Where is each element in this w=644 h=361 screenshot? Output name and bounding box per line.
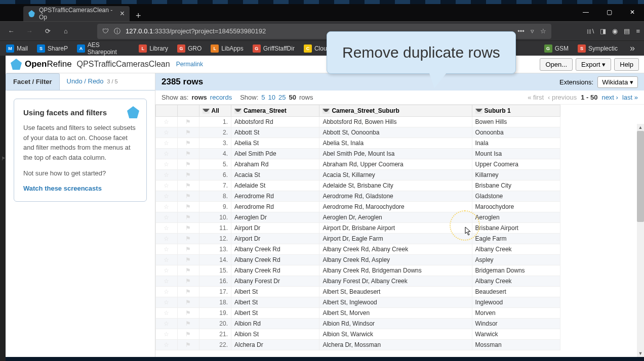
flag-cell[interactable]: ⚑ [177, 170, 199, 180]
dropdown-icon[interactable] [475, 109, 482, 114]
star-icon[interactable]: ☆ [163, 140, 170, 147]
more-icon[interactable]: ••• [517, 27, 525, 35]
cell-camera-street-suburb[interactable]: Albany Creek Rd, Bridgeman Downs [319, 265, 472, 276]
pagesize-25[interactable]: 25 [278, 94, 286, 101]
star-cell[interactable]: ☆ [156, 297, 178, 308]
star-icon[interactable]: ☆ [163, 171, 170, 178]
cell-camera-street[interactable]: Albany Creek Rd [231, 255, 319, 265]
star-cell[interactable]: ☆ [156, 244, 178, 255]
cell-camera-street[interactable]: Albert St [231, 308, 319, 319]
scroll-up-icon[interactable]: ▲ [637, 124, 644, 131]
star-cell[interactable]: ☆ [156, 329, 178, 340]
cell-suburb-1[interactable]: Gladstone [472, 191, 560, 202]
cell-camera-street[interactable]: Aerodrome Rd [231, 191, 319, 202]
star-icon[interactable]: ☆ [163, 320, 170, 327]
flag-cell[interactable]: ⚑ [177, 287, 199, 297]
cell-suburb-1[interactable]: Bridgeman Downs [472, 265, 560, 276]
cell-camera-street-suburb[interactable]: Aeroglen Dr, Aeroglen [319, 212, 472, 223]
pager-first[interactable]: « first [528, 94, 544, 101]
browser-tab[interactable]: QPSTrafficCamerasClean - Op × [23, 6, 130, 21]
flag-cell[interactable]: ⚑ [177, 255, 199, 265]
sidebar-icon[interactable]: ◨ [600, 27, 606, 35]
flag-icon[interactable]: ⚑ [185, 214, 192, 221]
flag-cell[interactable]: ⚑ [177, 159, 199, 170]
account-icon[interactable]: ◉ [612, 27, 618, 35]
cell-camera-street-suburb[interactable]: Alchera Dr, Mossman [319, 340, 472, 350]
flag-cell[interactable]: ⚑ [177, 180, 199, 191]
close-tab-icon[interactable]: × [120, 10, 125, 18]
star-cell[interactable]: ☆ [156, 180, 178, 191]
cell-camera-street-suburb[interactable]: Albert St, Inglewood [319, 297, 472, 308]
col-all[interactable]: All [199, 105, 231, 117]
flag-icon[interactable]: ⚑ [185, 299, 192, 306]
cell-suburb-1[interactable]: Albany Creek [472, 244, 560, 255]
menu-icon[interactable]: ≡ [636, 27, 640, 35]
undo-redo-tab[interactable]: Undo / Redo 3 / 5 [60, 73, 125, 90]
cell-camera-street[interactable]: Albert St [231, 297, 319, 308]
bookmark-item[interactable]: LLibApps [209, 43, 245, 54]
cell-camera-street[interactable]: Airport Dr [231, 234, 319, 244]
flag-cell[interactable]: ⚑ [177, 234, 199, 244]
star-cell[interactable]: ☆ [156, 223, 178, 234]
permalink-link[interactable]: Permalink [176, 61, 203, 68]
cell-suburb-1[interactable]: Brisbane Airport [472, 223, 560, 234]
star-icon[interactable]: ☆ [163, 224, 170, 232]
cell-camera-street-suburb[interactable]: Abbotsford Rd, Bowen Hills [319, 117, 472, 127]
star-icon[interactable]: ☆ [163, 161, 170, 168]
star-icon[interactable]: ☆ [163, 309, 170, 317]
star-icon[interactable]: ☆ [163, 150, 170, 157]
cell-camera-street[interactable]: Airport Dr [231, 223, 319, 234]
cell-suburb-1[interactable]: Maroochydore [472, 202, 560, 212]
flag-icon[interactable]: ⚑ [185, 256, 192, 263]
cell-camera-street[interactable]: Abbotsford Rd [231, 117, 319, 127]
star-cell[interactable]: ☆ [156, 202, 178, 212]
flag-cell[interactable]: ⚑ [177, 212, 199, 223]
star-cell[interactable]: ☆ [156, 255, 178, 265]
cell-camera-street-suburb[interactable]: Aerodrome Rd, Maroochydore [319, 202, 472, 212]
screencasts-link[interactable]: Watch these screencasts [23, 185, 102, 192]
star-icon[interactable]: ☆ [163, 203, 170, 210]
cell-camera-street-suburb[interactable]: Airport Dr, Brisbane Airport [319, 223, 472, 234]
scroll-down-icon[interactable]: ▼ [637, 350, 644, 357]
flag-icon[interactable]: ⚑ [185, 118, 192, 125]
cell-camera-street[interactable]: Abraham Rd [231, 159, 319, 170]
cell-camera-street-suburb[interactable]: Abraham Rd, Upper Coomera [319, 159, 472, 170]
star-cell[interactable]: ☆ [156, 149, 178, 159]
cell-camera-street[interactable]: Aerodrome Rd [231, 202, 319, 212]
star-icon[interactable]: ☆ [163, 341, 170, 348]
dropdown-icon[interactable] [203, 109, 210, 114]
star-icon[interactable]: ☆ [163, 331, 170, 338]
cell-camera-street[interactable]: Albion St [231, 329, 319, 340]
col-camera-street-suburb[interactable]: Camera_Street_Suburb [319, 105, 472, 117]
help-button[interactable]: Help [614, 58, 639, 71]
flag-cell[interactable]: ⚑ [177, 244, 199, 255]
star-cell[interactable]: ☆ [156, 265, 178, 276]
cell-camera-street[interactable]: Abel Smith Pde [231, 149, 319, 159]
scrollbar-thumb[interactable] [637, 131, 644, 222]
star-icon[interactable]: ☆ [163, 193, 170, 200]
cell-camera-street-suburb[interactable]: Albany Creek Rd, Albany Creek [319, 244, 472, 255]
pocket-icon[interactable]: ▿ [531, 27, 534, 35]
bookmark-item[interactable]: LLibrary [137, 43, 170, 54]
cell-suburb-1[interactable]: Bowen Hills [472, 117, 560, 127]
cell-suburb-1[interactable]: Beaudesert [472, 287, 560, 297]
flag-cell[interactable]: ⚑ [177, 265, 199, 276]
bookmark-item[interactable]: GGRO [175, 43, 204, 54]
star-icon[interactable]: ☆ [163, 278, 170, 285]
cell-suburb-1[interactable]: Mount Isa [472, 149, 560, 159]
star-icon[interactable]: ☆ [163, 299, 170, 306]
star-cell[interactable]: ☆ [156, 159, 178, 170]
star-cell[interactable]: ☆ [156, 340, 178, 350]
maximize-button[interactable]: ▢ [597, 4, 621, 20]
pager-next[interactable]: next › [601, 94, 618, 101]
star-icon[interactable]: ☆ [163, 267, 170, 274]
star-cell[interactable]: ☆ [156, 234, 178, 244]
pager-last[interactable]: last » [622, 94, 638, 101]
star-icon[interactable]: ☆ [163, 129, 170, 136]
cell-suburb-1[interactable]: Mossman [472, 340, 560, 350]
back-button[interactable]: ← [4, 24, 18, 38]
records-mode[interactable]: records [210, 94, 232, 101]
facet-filter-tab[interactable]: Facet / Filter [6, 73, 60, 90]
pagesize-5[interactable]: 5 [261, 94, 265, 101]
flag-icon[interactable]: ⚑ [185, 235, 192, 242]
